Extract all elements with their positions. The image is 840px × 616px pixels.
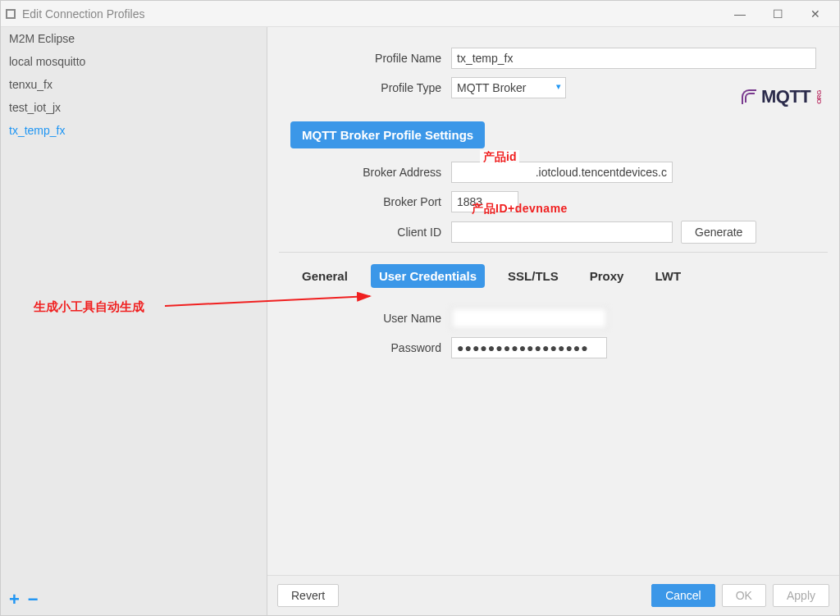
password-input[interactable] (451, 337, 607, 358)
sidebar-actions: + − (1, 584, 267, 615)
revert-button[interactable]: Revert (277, 584, 339, 607)
tab-lwt[interactable]: LWT (646, 264, 689, 288)
mqtt-logo-text: MQTT (761, 86, 810, 107)
password-label: Password (279, 341, 451, 354)
apply-button[interactable]: Apply (773, 584, 829, 607)
tab-general[interactable]: General (294, 264, 356, 288)
minimize-button[interactable]: — (721, 1, 759, 27)
add-profile-button[interactable]: + (9, 589, 20, 610)
profile-item[interactable]: M2M Eclipse (1, 27, 267, 50)
app-icon (6, 9, 16, 19)
mqtt-logo: MQTT ORG (740, 86, 828, 107)
tab-user-credentials[interactable]: User Credentials (371, 264, 485, 288)
remove-profile-button[interactable]: − (28, 589, 39, 610)
broker-address-input[interactable] (451, 162, 673, 183)
profile-type-select[interactable]: MQTT Broker (451, 77, 566, 98)
titlebar: Edit Connection Profiles — ☐ ✕ (1, 1, 839, 27)
profile-name-label: Profile Name (279, 52, 451, 65)
profile-name-input[interactable] (451, 48, 816, 69)
client-id-input[interactable] (451, 221, 673, 243)
profile-type-label: Profile Type (279, 81, 451, 94)
content: Profile Name Profile Type MQTT Broker MQ… (267, 27, 839, 575)
generate-button[interactable]: Generate (681, 221, 756, 244)
maximize-button[interactable]: ☐ (759, 1, 797, 27)
profile-list: M2M Eclipse local mosquitto tenxu_fx tes… (1, 27, 267, 584)
profile-item[interactable]: tenxu_fx (1, 73, 267, 96)
ok-button[interactable]: OK (722, 584, 766, 607)
close-button[interactable]: ✕ (797, 1, 834, 27)
section-header: MQTT Broker Profile Settings (290, 121, 485, 148)
sidebar: M2M Eclipse local mosquitto tenxu_fx tes… (1, 27, 267, 615)
divider (279, 252, 828, 253)
main-panel: Profile Name Profile Type MQTT Broker MQ… (267, 27, 839, 615)
client-id-label: Client ID (279, 226, 451, 239)
footer: Revert Cancel OK Apply (267, 575, 839, 615)
mqtt-logo-org: ORG (815, 90, 823, 104)
cancel-button[interactable]: Cancel (651, 584, 715, 607)
broker-address-label: Broker Address (279, 166, 451, 179)
broker-port-label: Broker Port (279, 195, 451, 208)
profile-item[interactable]: test_iot_jx (1, 96, 267, 119)
profile-item-selected[interactable]: tx_temp_fx (1, 119, 267, 142)
profile-item[interactable]: local mosquitto (1, 50, 267, 73)
window-title: Edit Connection Profiles (22, 7, 721, 21)
mqtt-arc-icon (740, 88, 758, 106)
username-label: User Name (279, 312, 451, 325)
broker-port-input[interactable] (451, 191, 518, 212)
tab-ssl-tls[interactable]: SSL/TLS (500, 264, 567, 288)
tab-proxy[interactable]: Proxy (582, 264, 632, 288)
tab-bar: General User Credentials SSL/TLS Proxy L… (279, 264, 828, 288)
username-input[interactable] (451, 308, 607, 329)
